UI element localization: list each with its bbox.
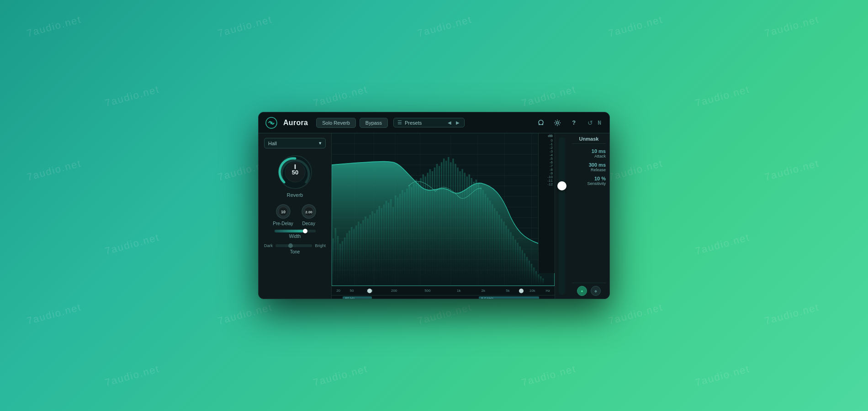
unmask-label: Unmask <box>579 136 599 142</box>
freq-20hz: 20 <box>336 289 340 293</box>
width-slider[interactable] <box>275 230 316 232</box>
freq-500hz: 500 <box>424 289 430 293</box>
freq-low-handle[interactable] <box>367 289 372 293</box>
redo-button[interactable]: N <box>596 118 603 127</box>
width-label: Width <box>289 234 301 239</box>
presets-area[interactable]: ☰ Presets ◀ ▶ <box>393 118 465 127</box>
dropdown-arrow-icon: ▾ <box>319 140 322 146</box>
freq-high-handle[interactable] <box>519 289 524 293</box>
spectrum-area: dB 0 -1 -2 -3 -4 -5 -6 -7 -8 -9 -10 -11 … <box>332 133 555 299</box>
spectrum-svg <box>332 133 555 286</box>
attack-value: 10 ms <box>592 148 606 154</box>
output-fader-track[interactable] <box>559 137 565 295</box>
svg-text:2.00: 2.00 <box>305 210 312 214</box>
reverb-knob-container: 50 Reverb <box>277 154 313 198</box>
sensitivity-label: Sensitivity <box>587 181 606 186</box>
preset-type-dropdown[interactable]: Hall ▾ <box>264 138 326 148</box>
width-slider-group: Width <box>264 230 326 239</box>
sensitivity-param: 10 % Sensitivity <box>587 176 606 186</box>
pre-delay-knob[interactable]: 10 <box>275 203 291 220</box>
svg-point-3 <box>556 121 559 124</box>
freq-hz-label: Hz <box>545 289 550 293</box>
decay-label: Decay <box>302 221 315 226</box>
tone-slider[interactable] <box>275 244 312 247</box>
bottom-icons: ● ◆ <box>572 283 606 296</box>
reverb-label: Reverb <box>287 192 303 198</box>
release-value: 300 ms <box>589 162 606 168</box>
tone-dark-label: Dark <box>264 243 273 248</box>
output-fader-thumb[interactable] <box>557 181 566 190</box>
output-fader-area <box>555 133 568 299</box>
icon2: ◆ <box>594 289 597 293</box>
unmask-header: Unmask <box>572 136 606 144</box>
freq-10k: 10k <box>529 289 535 293</box>
svg-text:10: 10 <box>281 210 285 214</box>
app-title: Aurora <box>283 119 308 127</box>
main-content: Hall ▾ <box>259 133 609 299</box>
width-slider-thumb[interactable] <box>303 229 307 233</box>
preset-type-label: Hall <box>268 141 277 146</box>
freq-200hz: 200 <box>391 289 397 293</box>
right-area: Unmask 10 ms Attack 300 ms Release 10 % … <box>555 133 609 299</box>
presets-icon: ☰ <box>397 120 402 126</box>
icon2-button[interactable]: ◆ <box>591 286 601 296</box>
spectrum-canvas: dB 0 -1 -2 -3 -4 -5 -6 -7 -8 -9 -10 -11 … <box>332 133 555 286</box>
decay-knob[interactable]: 2.00 <box>301 203 317 220</box>
pre-delay-label: Pre-Delay <box>273 221 293 226</box>
presets-label: Presets <box>405 120 444 126</box>
preset-prev-arrow[interactable]: ◀ <box>447 120 452 125</box>
icon1-button[interactable]: ● <box>577 286 587 296</box>
tone-label: Tone <box>290 249 300 254</box>
attack-param: 10 ms Attack <box>592 148 606 158</box>
pre-delay-group: 10 Pre-Delay <box>273 203 293 226</box>
undo-redo-area: ↺ N <box>586 118 603 127</box>
bypass-button[interactable]: Bypass <box>360 118 388 128</box>
release-label: Release <box>591 168 606 172</box>
header: Aurora Solo Reverb Bypass ☰ Presets ◀ ▶ … <box>259 112 609 133</box>
small-knobs-row: 10 Pre-Delay 2.00 Decay <box>273 203 317 226</box>
range-high-label: 8.0 kHz <box>481 296 493 299</box>
tone-slider-group: Dark Bright Tone <box>264 242 326 254</box>
solo-reverb-button[interactable]: Solo Reverb <box>316 118 356 128</box>
freq-50hz: 50 <box>349 289 354 293</box>
range-bar: 80 Hz 8.0 kHz <box>332 295 555 299</box>
tone-slider-thumb[interactable] <box>288 243 293 248</box>
settings-button[interactable] <box>551 116 564 129</box>
release-param: 300 ms Release <box>589 162 606 172</box>
freq-2k: 2k <box>482 289 485 293</box>
unmask-panel: Unmask 10 ms Attack 300 ms Release 10 % … <box>568 133 609 299</box>
freq-1k: 1k <box>457 289 460 293</box>
icon1: ● <box>581 289 583 293</box>
db-scale: dB 0 -1 -2 -3 -4 -5 -6 -7 -8 -9 -10 -11 … <box>538 133 555 273</box>
range-low-label: 80 Hz <box>345 296 355 299</box>
svg-text:50: 50 <box>291 169 298 176</box>
undo-button[interactable]: ↺ <box>586 118 595 127</box>
svg-point-1 <box>270 121 273 124</box>
preset-next-arrow[interactable]: ▶ <box>455 120 460 125</box>
logo-icon <box>265 116 278 129</box>
attack-label: Attack <box>594 154 606 158</box>
tone-row: Dark Bright <box>264 243 326 248</box>
left-panel: Hall ▾ <box>259 133 332 299</box>
reverb-knob[interactable]: 50 <box>277 154 313 190</box>
unmask-params: 10 ms Attack 300 ms Release 10 % Sensiti… <box>572 147 606 282</box>
freq-axis: 20 50 100 200 500 1k 2k 5k 10k Hz <box>332 286 555 295</box>
plugin-window: Aurora Solo Reverb Bypass ☰ Presets ◀ ▶ … <box>258 112 610 299</box>
headphone-button[interactable] <box>535 116 547 129</box>
help-button[interactable]: ? <box>567 116 580 129</box>
freq-5k: 5k <box>506 289 509 293</box>
sensitivity-value: 10 % <box>594 176 606 181</box>
tone-bright-label: Bright <box>315 243 326 248</box>
decay-group: 2.00 Decay <box>301 203 317 226</box>
